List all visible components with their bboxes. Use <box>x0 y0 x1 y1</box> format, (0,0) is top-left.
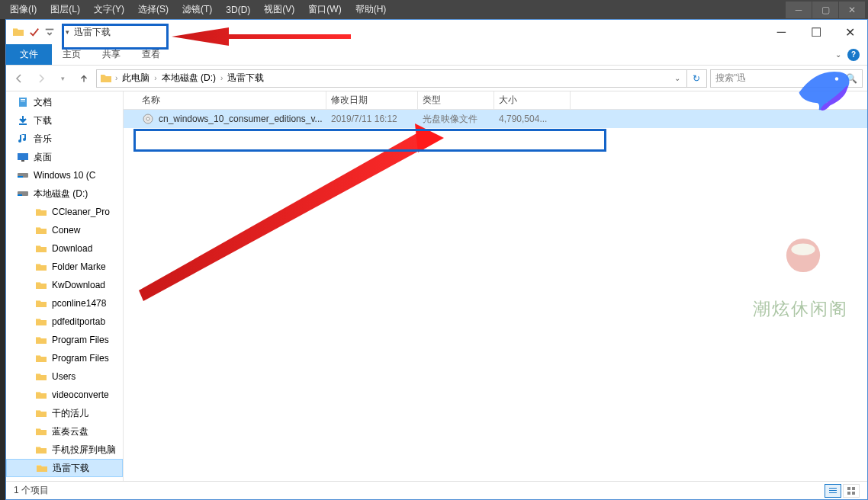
tree-drive-d[interactable]: 本地磁盘 (D:) <box>6 184 123 203</box>
tree-music[interactable]: 音乐 <box>6 130 123 148</box>
ribbon-bar: 文件 主页 共享 查看 ⌄ ? <box>6 44 867 66</box>
tree-folder-item[interactable]: videoconverte <box>6 386 123 404</box>
menu-filter[interactable]: 滤镜(T) <box>175 1 219 18</box>
view-details-button[interactable] <box>825 484 841 498</box>
watermark-text: 潮炫休闲阁 <box>753 297 848 321</box>
svg-rect-17 <box>852 487 855 490</box>
tree-desktop[interactable]: 桌面 <box>6 148 123 166</box>
svg-rect-14 <box>829 490 837 491</box>
tab-share[interactable]: 共享 <box>92 44 131 65</box>
file-explorer-window: ▾ 迅雷下载 ─ ☐ ✕ 文件 主页 共享 查看 ⌄ ? ▾ › 此电脑 › 本… <box>5 19 868 500</box>
window-title: 迅雷下载 <box>74 26 111 39</box>
watermark-circle-logo <box>754 206 853 305</box>
tab-view[interactable]: 查看 <box>131 44 171 65</box>
tree-folder-item[interactable]: CCleaner_Pro <box>6 203 123 221</box>
ps-minimize-button[interactable]: ─ <box>786 2 812 18</box>
menu-select[interactable]: 选择(S) <box>131 1 175 18</box>
svg-point-25 <box>791 243 815 255</box>
title-dropdown-icon[interactable]: ▾ <box>66 28 69 36</box>
address-dropdown-icon[interactable]: ⌄ <box>670 74 685 82</box>
explorer-titlebar: ▾ 迅雷下载 ─ ☐ ✕ <box>6 20 867 44</box>
address-folder-icon <box>100 72 112 85</box>
tree-folder-item[interactable]: pconline1478 <box>6 294 123 312</box>
menu-view[interactable]: 视图(V) <box>257 1 301 18</box>
maximize-button[interactable]: ☐ <box>799 21 833 43</box>
breadcrumb-this-pc[interactable]: 此电脑 <box>119 70 153 86</box>
menu-3d[interactable]: 3D(D) <box>219 2 257 18</box>
status-bar: 1 个项目 <box>6 481 867 499</box>
nav-bar: ▾ › 此电脑 › 本地磁盘 (D:) › 迅雷下载 ⌄ ↻ 搜索"迅 🔍 <box>6 66 867 91</box>
file-row[interactable]: cn_windows_10_consumer_editions_v... 201… <box>124 110 867 128</box>
svg-rect-10 <box>18 194 22 196</box>
tree-downloads[interactable]: 下载 <box>6 111 123 130</box>
svg-point-23 <box>835 77 839 81</box>
tree-drive-c[interactable]: Windows 10 (C <box>6 166 123 184</box>
photoshop-menubar: 图像(I) 图层(L) 文字(Y) 选择(S) 滤镜(T) 3D(D) 视图(V… <box>0 0 868 19</box>
breadcrumb-drive-d[interactable]: 本地磁盘 (D:) <box>159 70 219 86</box>
minimize-button[interactable]: ─ <box>764 21 799 43</box>
nav-tree-pane[interactable]: 文档 下载 音乐 桌面 Windows 10 (C 本地磁盘 (D:) CCle… <box>6 91 124 481</box>
col-type[interactable]: 类型 <box>418 91 494 109</box>
search-placeholder: 搜索"迅 <box>715 72 746 85</box>
menu-text[interactable]: 文字(Y) <box>87 1 131 18</box>
tree-folder-item[interactable]: 手机投屏到电脑 <box>6 441 123 459</box>
tree-folder-item[interactable]: 迅雷下载 <box>6 459 123 477</box>
file-name: cn_windows_10_consumer_editions_v... <box>159 114 323 124</box>
file-size: 4,790,504... <box>494 114 571 124</box>
file-type: 光盘映像文件 <box>418 113 494 126</box>
svg-rect-5 <box>18 153 28 160</box>
svg-rect-19 <box>852 492 855 495</box>
menu-help[interactable]: 帮助(H) <box>349 1 394 18</box>
col-size[interactable]: 大小 <box>494 91 571 109</box>
nav-history-dropdown[interactable]: ▾ <box>53 69 72 88</box>
menu-layer[interactable]: 图层(L) <box>43 1 87 18</box>
col-name[interactable]: 名称 <box>137 91 326 109</box>
breadcrumb-sep-icon[interactable]: › <box>115 74 117 82</box>
col-date[interactable]: 修改日期 <box>326 91 418 109</box>
file-date: 2019/7/11 16:12 <box>326 114 418 124</box>
iso-file-icon <box>142 113 154 125</box>
svg-rect-13 <box>829 488 837 489</box>
svg-rect-6 <box>21 160 24 162</box>
nav-forward-button[interactable] <box>32 69 50 88</box>
tree-folder-item[interactable]: Users <box>6 367 123 386</box>
checkmark-icon[interactable] <box>29 27 40 37</box>
svg-rect-4 <box>19 123 27 125</box>
close-button[interactable]: ✕ <box>833 21 867 43</box>
folder-icon <box>12 26 24 38</box>
column-headers: 名称 修改日期 类型 大小 <box>124 91 867 110</box>
tree-folder-item[interactable]: Download <box>6 239 123 258</box>
ps-close-button[interactable]: ✕ <box>839 2 865 18</box>
tree-folder-item[interactable]: Program Files <box>6 331 123 349</box>
nav-up-button[interactable] <box>75 69 93 88</box>
tree-folder-item[interactable]: Conew <box>6 221 123 239</box>
svg-rect-8 <box>18 176 23 178</box>
tree-folder-item[interactable]: KwDownload <box>6 276 123 294</box>
file-tab[interactable]: 文件 <box>6 44 52 65</box>
qat-dropdown-icon[interactable] <box>44 27 55 37</box>
menu-window[interactable]: 窗口(W) <box>301 1 348 18</box>
breadcrumb-sep-icon[interactable]: › <box>154 74 156 82</box>
refresh-button[interactable]: ↻ <box>686 70 705 87</box>
tree-folder-item[interactable]: Program Files <box>6 349 123 367</box>
breadcrumb-current[interactable]: 迅雷下载 <box>224 70 267 86</box>
svg-rect-15 <box>829 492 837 493</box>
tree-folder-item[interactable]: 干的活儿 <box>6 404 123 422</box>
status-text: 1 个项目 <box>14 484 49 497</box>
tab-home[interactable]: 主页 <box>52 44 92 65</box>
tree-folder-item[interactable]: 蓝奏云盘 <box>6 422 123 441</box>
ps-maximize-button[interactable]: ▢ <box>812 2 838 18</box>
svg-rect-1 <box>19 98 27 107</box>
svg-point-12 <box>146 117 149 120</box>
svg-rect-18 <box>847 492 850 495</box>
svg-rect-3 <box>21 101 25 101</box>
tree-folder-item[interactable]: Folder Marke <box>6 258 123 276</box>
address-bar[interactable]: › 此电脑 › 本地磁盘 (D:) › 迅雷下载 ⌄ ↻ <box>96 69 707 88</box>
view-thumbnails-button[interactable] <box>843 484 860 498</box>
tree-documents[interactable]: 文档 <box>6 93 123 111</box>
tree-folder-item[interactable]: pdfeditportab <box>6 312 123 331</box>
breadcrumb-sep-icon[interactable]: › <box>220 74 223 82</box>
menu-image[interactable]: 图像(I) <box>3 1 43 18</box>
svg-rect-16 <box>847 487 850 490</box>
nav-back-button[interactable] <box>11 69 29 88</box>
